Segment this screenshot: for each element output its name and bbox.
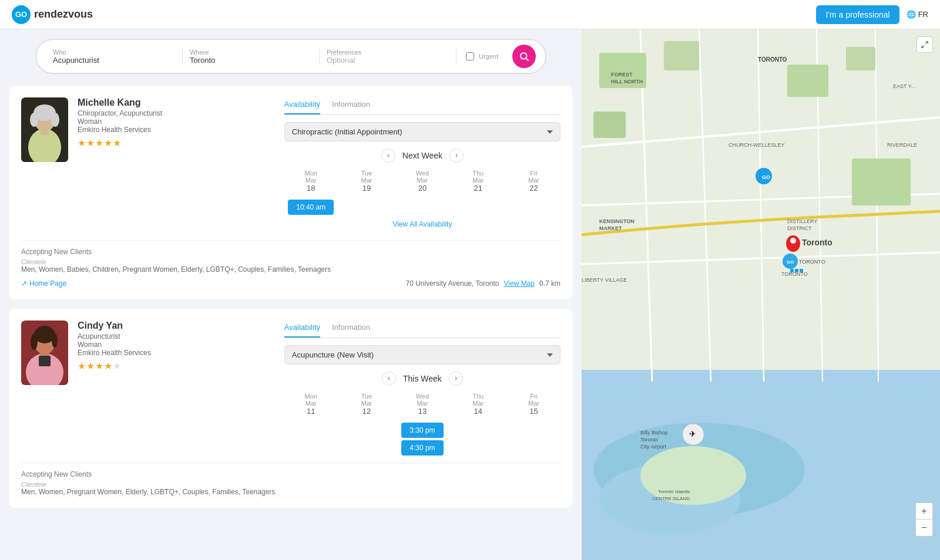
provider-gender: Woman [78,117,275,126]
day-name: Fri [507,393,560,400]
professional-button[interactable]: I'm a professional [816,5,899,24]
slot-row: 3:30 pm4:30 pm [284,423,560,456]
tab-availability[interactable]: Availability [284,321,320,338]
day-name: Wed [395,170,449,177]
map-svg: FOREST HILL NORTH TORONTO CHURCH-WELLESL… [582,29,940,560]
day-col-0: Mon Mar 18 [284,170,338,193]
view-map-link[interactable]: View Map [504,279,535,288]
day-slots-0 [284,423,338,456]
where-input[interactable]: Toronto [190,56,312,65]
svg-text:EAST Y...: EAST Y... [893,83,915,89]
who-input[interactable]: Acupuncturist [53,56,175,65]
svg-text:CENTRE ISLAND: CENTRE ISLAND [652,496,690,501]
card-bottom: Accepting New Clients Clientele Men, Wom… [21,463,560,496]
day-name: Mon [284,170,338,177]
day-col-2: Wed Mar 20 [395,170,449,193]
urgent-checkbox[interactable] [466,52,474,60]
day-num: 21 [451,184,505,193]
day-num: 15 [507,407,560,416]
search-icon [519,51,529,62]
distance-text: 0.7 km [539,279,560,288]
svg-text:✈: ✈ [689,429,696,438]
day-col-2: Wed Mar 13 [395,393,449,416]
day-col-0: Mon Mar 11 [284,393,338,416]
provider-gender: Woman [78,340,275,349]
day-slots-1 [340,200,394,215]
svg-rect-62 [800,269,803,272]
address-text: 70 University Avenue, Toronto [406,279,499,288]
svg-line-68 [922,45,924,48]
day-slots-1 [340,423,394,456]
map-panel: FOREST HILL NORTH TORONTO CHURCH-WELLESL… [582,29,940,560]
svg-text:CHURCH-WELLESLEY: CHURCH-WELLESLEY [728,142,785,148]
time-slot[interactable]: 3:30 pm [401,423,443,438]
provider-title: Chiropractor, Acupuncturist [78,109,275,117]
svg-text:Toronto Islands: Toronto Islands [658,489,690,494]
provider-stars: ★★★★★ [78,137,275,149]
svg-point-55 [790,238,796,244]
next-week-button[interactable] [449,149,464,163]
preferences-input[interactable]: Optional [327,56,449,65]
map-expand-button[interactable] [916,36,933,53]
clientele-text: Men, Women, Pregnant Women, Elderly, LGB… [21,488,560,496]
main-layout: Who Acupuncturist Where Toronto Preferen… [0,29,940,560]
card-top: Cindy Yan Acupuncturist Woman Emkiro Hea… [21,321,560,456]
svg-text:GO: GO [787,259,794,265]
svg-point-9 [51,113,59,127]
search-bar: Who Acupuncturist Where Toronto Preferen… [35,39,546,74]
day-name: Mon [284,393,338,400]
day-num: 22 [507,184,560,193]
map-zoom-controls: + − [915,502,933,537]
provider-card-cindy: Cindy Yan Acupuncturist Woman Emkiro Hea… [9,309,572,508]
svg-text:GO: GO [762,174,770,180]
day-month: Mar [451,400,505,407]
day-slots-3 [451,423,505,456]
provider-card-michelle: Michelle Kang Chiropractor, Acupuncturis… [9,86,572,299]
svg-point-0 [521,53,527,59]
provider-info-michelle: Michelle Kang Chiropractor, Acupuncturis… [78,97,275,233]
day-month: Mar [451,177,505,184]
day-name: Fri [507,170,560,177]
language-button[interactable]: 🌐 FR [907,10,928,19]
view-all-availability: View All Availability [284,220,560,228]
zoom-in-button[interactable]: + [916,503,932,519]
svg-text:HILL NORTH: HILL NORTH [611,79,643,85]
svg-text:MARKET: MARKET [599,225,622,231]
svg-point-15 [31,333,38,350]
svg-line-1 [526,58,528,60]
day-name: Tue [340,170,394,177]
where-label: Where [190,49,312,56]
service-select[interactable]: Chiropractic (Initial Appointment) [284,122,560,141]
prev-week-button[interactable] [381,149,395,163]
next-week-button[interactable] [449,372,463,386]
day-col-3: Thu Mar 21 [451,170,505,193]
provider-title: Acupuncturist [78,332,275,340]
day-month: Mar [340,400,394,407]
chevron-right-icon [453,376,459,382]
tab-information[interactable]: Information [332,97,370,114]
day-month: Mar [340,177,394,184]
provider-info-cindy: Cindy Yan Acupuncturist Woman Emkiro Hea… [78,321,275,456]
view-all-link[interactable]: View All Availability [392,220,452,228]
map-container: FOREST HILL NORTH TORONTO CHURCH-WELLESL… [582,29,940,560]
logo-icon: GO [12,5,31,24]
zoom-out-button[interactable]: − [916,519,932,536]
day-num: 20 [395,184,449,193]
service-select[interactable]: Acupuncture (New Visit) [284,345,560,365]
globe-icon: 🌐 [907,10,916,19]
tab-availability[interactable]: Availability [284,97,320,114]
svg-point-8 [30,113,38,127]
day-month: Mar [284,177,338,184]
search-button[interactable] [512,45,536,68]
svg-text:LIBERTY VILLAGE: LIBERTY VILLAGE [582,277,627,283]
tab-information[interactable]: Information [332,321,370,338]
homepage-link[interactable]: ↗ Home Page [21,279,66,288]
time-slot[interactable]: 10:40 am [288,200,334,215]
card-top: Michelle Kang Chiropractor, Acupuncturis… [21,97,560,233]
svg-point-16 [52,333,58,348]
svg-text:DISTILLERY: DISTILLERY [787,218,817,224]
chevron-right-icon [454,153,459,158]
prev-week-button[interactable] [382,372,396,386]
day-slots-2 [395,200,449,215]
time-slot[interactable]: 4:30 pm [401,440,443,456]
